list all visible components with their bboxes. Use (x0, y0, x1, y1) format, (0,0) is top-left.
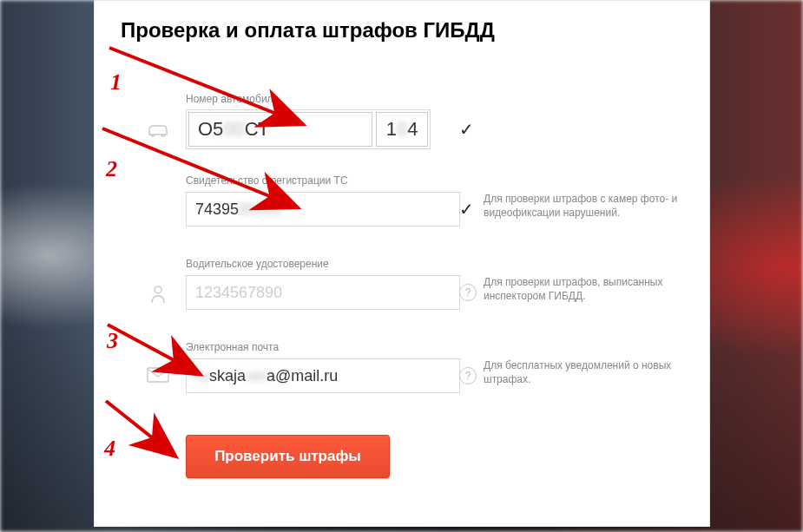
email-input[interactable]: ruskajanina@mail.ru (186, 358, 460, 393)
annotation-number-4: 4 (104, 436, 115, 462)
plate-region-input[interactable]: 104 (376, 112, 428, 147)
form-panel: Проверка и оплата штрафов ГИБДД Номер ав… (94, 0, 710, 527)
page-title: Проверка и оплата штрафов ГИБДД (121, 18, 495, 43)
mail-icon (141, 367, 175, 386)
plate-input-group[interactable]: О500СТ 104 (186, 109, 431, 149)
plate-main-input[interactable]: О500СТ (188, 112, 372, 147)
sts-label: Свидетельство о регистрации ТС (186, 174, 692, 187)
license-label: Водительское удостоверение (186, 258, 692, 270)
person-icon (141, 284, 175, 308)
annotation-number-2: 2 (106, 156, 117, 182)
check-icon: ✓ (459, 119, 474, 140)
help-icon[interactable]: ? (459, 284, 477, 301)
plate-label: Номер автомобиля (186, 93, 692, 105)
license-help-text: Для проверки штрафов, выписанных инспект… (484, 275, 683, 303)
svg-rect-1 (148, 368, 168, 382)
svg-point-0 (155, 286, 161, 293)
license-input[interactable]: 1234567890 (186, 275, 460, 310)
sts-help-text: Для проверки штрафов с камер фото- и вид… (484, 192, 683, 220)
car-icon (141, 121, 175, 141)
annotation-number-3: 3 (107, 328, 118, 354)
email-label: Электронная почта (186, 341, 692, 353)
help-icon[interactable]: ? (459, 367, 477, 384)
annotation-number-1: 1 (110, 69, 122, 95)
submit-button[interactable]: Проверить штрафы (186, 435, 390, 478)
sts-input[interactable]: 7439500000 (186, 192, 460, 227)
email-help-text: Для бесплатных уведомлений о новых штраф… (484, 358, 683, 386)
check-icon: ✓ (459, 199, 474, 220)
